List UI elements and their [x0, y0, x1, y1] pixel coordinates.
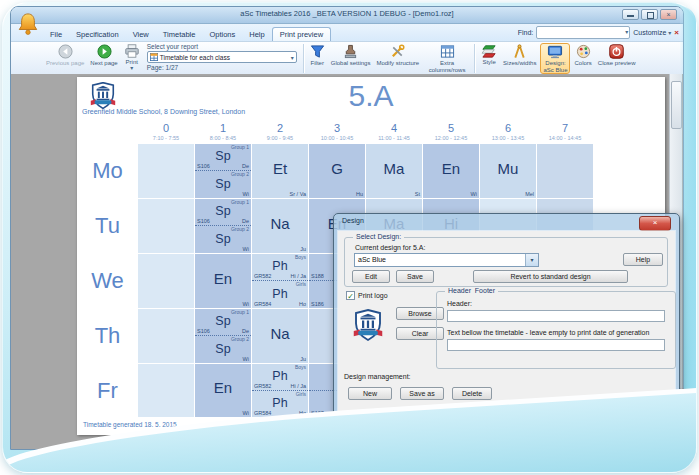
customize-menu[interactable]: Customize ▾: [633, 29, 671, 36]
tab-help[interactable]: Help: [242, 28, 271, 41]
subject-label: Sp: [195, 232, 251, 246]
subject-label: Na: [252, 324, 308, 341]
revert-button[interactable]: Revert to standard design: [473, 270, 628, 283]
period-time: 7:10 - 7:55: [138, 135, 194, 143]
tab-file[interactable]: File: [43, 28, 69, 41]
timetable-cell: GHu: [309, 144, 366, 199]
find-input[interactable]: [537, 27, 629, 38]
report-selector-group: Select your report Timetable for each cl…: [143, 43, 301, 71]
app-menu-bell-icon[interactable]: [17, 12, 39, 36]
day-label: Mo: [77, 144, 138, 198]
day-label: We: [77, 254, 138, 308]
delete-button[interactable]: Delete: [452, 387, 492, 400]
palette-icon: [576, 44, 591, 59]
dialog-body: Select Design: Current design for 5.A: a…: [338, 231, 675, 426]
class-title: 5.A: [77, 79, 665, 113]
timetable-cell: EnWi: [195, 364, 252, 418]
subject-label: Sp: [195, 314, 251, 328]
printer-icon: [124, 44, 140, 58]
design-button[interactable]: Design:aSc Blue: [540, 43, 570, 74]
generated-note: Timetable generated 18. 5. 2015: [83, 421, 177, 428]
chevron-down-icon: ▾: [668, 30, 671, 36]
close-toolbar-icon[interactable]: ×: [674, 28, 679, 37]
scrollbar-thumb[interactable]: [671, 81, 682, 129]
filter-button[interactable]: Filter: [308, 43, 327, 74]
period-time: 13:00 - 13:45: [480, 135, 536, 143]
print-logo-checkbox[interactable]: ✓: [346, 291, 355, 300]
teacher-label: Ho: [299, 301, 306, 307]
subject-label: Sp: [195, 342, 251, 356]
report-icon: [150, 53, 158, 61]
save-as-button[interactable]: Save as: [400, 387, 444, 400]
restore-button[interactable]: [641, 9, 658, 20]
new-button[interactable]: New: [348, 387, 392, 400]
window-controls: ×: [622, 9, 677, 20]
timetable-cell-empty: [138, 144, 195, 199]
lesson-group-half: Group 2SpWi: [195, 336, 251, 363]
dialog-close-button[interactable]: ×: [639, 216, 671, 231]
sizes-widths-button[interactable]: Sizes/widths: [501, 43, 538, 74]
minimize-button[interactable]: [622, 9, 639, 20]
next-arrow-icon: [97, 44, 112, 59]
print-logo-label: Print logo: [358, 292, 388, 299]
footer-input[interactable]: [447, 339, 665, 351]
dialog-logo-preview: [350, 305, 386, 345]
find-combo[interactable]: ▾: [536, 26, 630, 39]
day-label: Fr: [77, 364, 138, 417]
modify-structure-button[interactable]: Modify structure: [374, 43, 421, 74]
teacher-label: Ju: [300, 246, 306, 252]
tab-print-preview[interactable]: Print preview: [272, 27, 331, 41]
chevron-down-icon: ▾: [525, 254, 538, 266]
period-number: 4: [366, 122, 422, 135]
subject-label: Sp: [195, 149, 251, 163]
close-button[interactable]: ×: [660, 9, 677, 20]
report-value: Timetable for each class: [160, 54, 230, 61]
design-dialog: Design × Select Design: Current design f…: [333, 213, 680, 431]
title-bar[interactable]: aSc Timetables 2016 _BETA VERSION 1 DEBU…: [11, 7, 683, 24]
global-settings-button[interactable]: Global settings: [329, 43, 373, 74]
header-footer-group: Header Footer Header: Text bellow the ti…: [436, 291, 676, 369]
subject-label: En: [195, 379, 251, 396]
timetable-cell: EtSr / Va: [252, 144, 309, 199]
monitor-icon: [547, 45, 563, 59]
room-label: GR582: [254, 273, 271, 279]
subject-label: Sp: [195, 204, 251, 218]
tab-timetable[interactable]: Timetable: [156, 28, 203, 41]
period-number: 2: [252, 122, 308, 135]
period-number: 3: [309, 122, 365, 135]
timetable-cell-empty: [537, 144, 594, 199]
edit-button[interactable]: Edit: [352, 270, 390, 283]
teacher-label: Ho: [299, 410, 306, 416]
report-combo[interactable]: Timetable for each class ▾: [147, 51, 297, 63]
help-button[interactable]: Help: [623, 253, 663, 266]
select-report-label: Select your report: [147, 43, 297, 50]
lesson-group-half: Group 2SpWi: [195, 171, 251, 198]
day-label: Th: [77, 309, 138, 363]
style-button[interactable]: Style: [479, 43, 499, 74]
subject-label: Ph: [252, 396, 308, 410]
tab-view[interactable]: View: [126, 28, 156, 41]
teacher-label: Wi: [243, 191, 249, 197]
print-button[interactable]: Print ▾: [122, 43, 142, 74]
timetable-cell: EnWi: [195, 254, 252, 309]
header-footer-caption: Header Footer: [445, 287, 498, 294]
style-layers-icon: [481, 44, 497, 58]
save-button[interactable]: Save: [396, 270, 434, 283]
extra-columns-rows-button[interactable]: Extra columns/rows: [423, 43, 471, 74]
close-preview-button[interactable]: Close preview: [596, 43, 638, 74]
previous-page-button[interactable]: Previous page: [44, 43, 86, 74]
room-label: S106: [197, 163, 210, 169]
header-input[interactable]: [447, 310, 665, 322]
colors-button[interactable]: Colors: [572, 43, 593, 74]
close-icon: ×: [666, 11, 670, 18]
timetable-cell-empty: [138, 309, 195, 364]
chevron-down-icon: ▾: [625, 28, 628, 35]
room-label: S107: [311, 410, 324, 416]
teacher-label: Mel: [525, 191, 534, 197]
design-combo[interactable]: aSc Blue ▾: [354, 253, 539, 267]
tab-specification[interactable]: Specification: [69, 28, 126, 41]
teacher-label: Wi: [243, 410, 249, 416]
tab-options[interactable]: Options: [202, 28, 242, 41]
find-zone: Find: ▾ Customize ▾ ×: [518, 26, 679, 39]
next-page-button[interactable]: Next page: [88, 43, 119, 74]
